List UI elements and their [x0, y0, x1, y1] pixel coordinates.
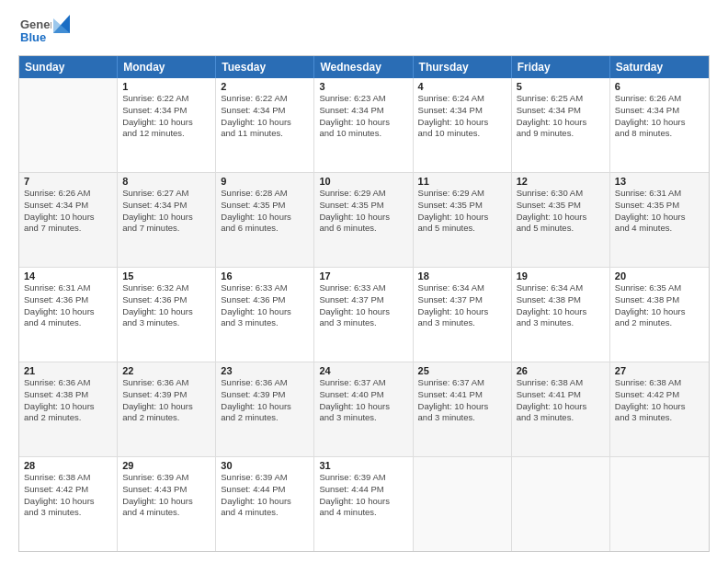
cell-info-line: Sunrise: 6:26 AM [24, 188, 112, 200]
cell-info-line: Sunset: 4:38 PM [24, 389, 112, 401]
day-number: 21 [24, 365, 112, 376]
cell-info-line: Sunset: 4:39 PM [221, 389, 309, 401]
cell-info-line: Sunrise: 6:33 AM [319, 282, 407, 294]
calendar-header: SundayMondayTuesdayWednesdayThursdayFrid… [19, 56, 709, 78]
svg-text:General: General [20, 17, 51, 31]
cell-info-line: Sunrise: 6:30 AM [517, 188, 605, 200]
cell-info-line: and 7 minutes. [122, 223, 210, 235]
day-number: 28 [24, 460, 112, 471]
calendar-cell: 14Sunrise: 6:31 AMSunset: 4:36 PMDayligh… [19, 268, 118, 362]
calendar-cell: 22Sunrise: 6:36 AMSunset: 4:39 PMDayligh… [118, 362, 216, 456]
cell-info-line: and 3 minutes. [418, 317, 506, 329]
cal-header-cell: Thursday [414, 56, 512, 78]
cell-info-line: Sunrise: 6:29 AM [418, 188, 506, 200]
cell-info-line: and 2 minutes. [122, 412, 210, 424]
day-number: 23 [221, 365, 309, 376]
cell-info-line: Sunrise: 6:39 AM [319, 472, 407, 484]
cell-info-line: and 3 minutes. [221, 317, 309, 329]
day-number: 4 [418, 81, 506, 92]
calendar-cell [414, 457, 512, 551]
cell-info-line: Sunset: 4:35 PM [517, 200, 605, 212]
cell-info-line: and 10 minutes. [319, 128, 407, 140]
cell-info-line: Sunrise: 6:29 AM [319, 188, 407, 200]
calendar-cell: 19Sunrise: 6:34 AMSunset: 4:38 PMDayligh… [512, 268, 610, 362]
cell-info-line: Daylight: 10 hours [24, 306, 112, 318]
cell-info-line: Sunrise: 6:34 AM [418, 282, 506, 294]
cell-info-line: and 9 minutes. [517, 128, 605, 140]
day-number: 6 [615, 81, 704, 92]
cell-info-line: and 3 minutes. [24, 507, 112, 519]
cell-info-line: Sunset: 4:34 PM [24, 200, 112, 212]
day-number: 18 [418, 270, 506, 282]
cell-info-line: Sunset: 4:39 PM [122, 389, 210, 401]
cell-info-line: and 6 minutes. [221, 223, 309, 235]
calendar-cell [512, 457, 610, 551]
cell-info-line: and 3 minutes. [122, 317, 210, 329]
cell-info-line: and 8 minutes. [615, 128, 704, 140]
cell-info-line: Sunrise: 6:31 AM [615, 188, 704, 200]
day-number: 19 [517, 270, 605, 282]
cell-info-line: Daylight: 10 hours [122, 401, 210, 413]
day-number: 9 [221, 176, 309, 187]
day-number: 29 [122, 460, 210, 471]
cell-info-line: and 2 minutes. [221, 412, 309, 424]
calendar-cell: 16Sunrise: 6:33 AMSunset: 4:36 PMDayligh… [216, 268, 314, 362]
cell-info-line: Daylight: 10 hours [221, 401, 309, 413]
calendar-cell: 29Sunrise: 6:39 AMSunset: 4:43 PMDayligh… [118, 457, 216, 551]
cell-info-line: Sunset: 4:35 PM [418, 200, 506, 212]
cell-info-line: Sunrise: 6:35 AM [615, 282, 704, 294]
cell-info-line: Sunset: 4:36 PM [221, 294, 309, 306]
cell-info-line: Sunrise: 6:32 AM [122, 282, 210, 294]
cell-info-line: Sunset: 4:41 PM [517, 389, 605, 401]
day-number: 7 [24, 176, 112, 187]
cell-info-line: Daylight: 10 hours [221, 496, 309, 508]
calendar: SundayMondayTuesdayWednesdayThursdayFrid… [18, 55, 710, 552]
cell-info-line: Daylight: 10 hours [221, 306, 309, 318]
cell-info-line: Sunrise: 6:26 AM [615, 93, 704, 105]
cell-info-line: Sunset: 4:34 PM [221, 105, 309, 117]
cell-info-line: Daylight: 10 hours [24, 496, 112, 508]
cell-info-line: Daylight: 10 hours [122, 306, 210, 318]
cell-info-line: and 4 minutes. [615, 223, 704, 235]
cell-info-line: and 3 minutes. [517, 317, 605, 329]
calendar-cell: 4Sunrise: 6:24 AMSunset: 4:34 PMDaylight… [414, 78, 512, 172]
day-number: 15 [122, 270, 210, 282]
cal-header-cell: Friday [512, 56, 610, 78]
day-number: 31 [319, 460, 407, 471]
svg-text:Blue: Blue [20, 30, 46, 44]
day-number: 14 [24, 270, 112, 282]
cell-info-line: Sunset: 4:43 PM [122, 484, 210, 496]
cell-info-line: Sunrise: 6:36 AM [122, 377, 210, 389]
cal-header-cell: Saturday [610, 56, 709, 78]
cell-info-line: Daylight: 10 hours [517, 117, 605, 129]
day-number: 16 [221, 270, 309, 282]
calendar-row: 7Sunrise: 6:26 AMSunset: 4:34 PMDaylight… [19, 172, 709, 267]
calendar-cell: 20Sunrise: 6:35 AMSunset: 4:38 PMDayligh… [610, 268, 709, 362]
cell-info-line: and 11 minutes. [221, 128, 309, 140]
day-number: 2 [221, 81, 309, 92]
cell-info-line: Sunset: 4:41 PM [418, 389, 506, 401]
calendar-cell [610, 457, 709, 551]
calendar-cell: 5Sunrise: 6:25 AMSunset: 4:34 PMDaylight… [512, 78, 610, 172]
day-number: 12 [517, 176, 605, 187]
cell-info-line: Sunrise: 6:36 AM [24, 377, 112, 389]
cell-info-line: Sunset: 4:34 PM [517, 105, 605, 117]
cell-info-line: Daylight: 10 hours [122, 496, 210, 508]
cell-info-line: Sunrise: 6:24 AM [418, 93, 506, 105]
cal-header-cell: Monday [118, 56, 216, 78]
cell-info-line: Daylight: 10 hours [122, 117, 210, 129]
cell-info-line: Sunrise: 6:39 AM [122, 472, 210, 484]
cell-info-line: Sunset: 4:35 PM [221, 200, 309, 212]
calendar-cell: 13Sunrise: 6:31 AMSunset: 4:35 PMDayligh… [610, 173, 709, 267]
cell-info-line: Sunrise: 6:23 AM [319, 93, 407, 105]
cell-info-line: Daylight: 10 hours [517, 306, 605, 318]
calendar-cell: 25Sunrise: 6:37 AMSunset: 4:41 PMDayligh… [414, 362, 512, 456]
cell-info-line: Sunset: 4:37 PM [319, 294, 407, 306]
calendar-row: 28Sunrise: 6:38 AMSunset: 4:42 PMDayligh… [19, 456, 709, 551]
cell-info-line: Sunrise: 6:36 AM [221, 377, 309, 389]
cell-info-line: Daylight: 10 hours [319, 117, 407, 129]
cell-info-line: Daylight: 10 hours [319, 496, 407, 508]
cell-info-line: Sunrise: 6:22 AM [122, 93, 210, 105]
cell-info-line: Sunrise: 6:27 AM [122, 188, 210, 200]
cell-info-line: Sunset: 4:36 PM [122, 294, 210, 306]
